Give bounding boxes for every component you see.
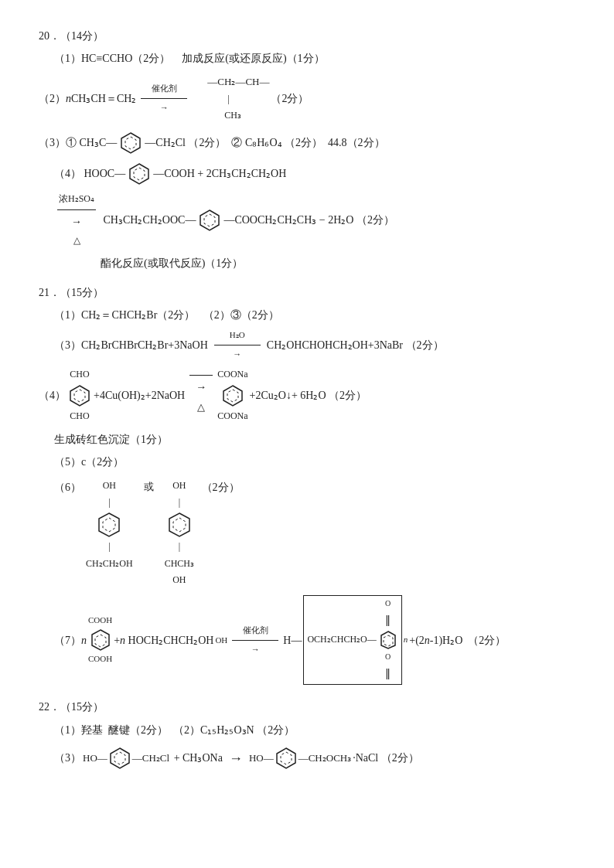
q20-p4-rxntype: 酯化反应(或取代反应)（1分） [101, 254, 575, 273]
q20-p3-ch2cl: —CH₂Cl （2分） ② C₈H₆O₄ （2分） 44.8（2分） [145, 133, 384, 152]
svg-marker-4 [200, 210, 219, 230]
svg-marker-20 [277, 748, 295, 768]
svg-marker-15 [95, 635, 106, 647]
q22-part3: （3） HO— —CH₂Cl + CH₃ONa → HO— [54, 746, 575, 771]
delta-catalyst-arrow: 浓H₂SO₄ → △ [57, 191, 96, 249]
q20-part1: （1）HC≡CCHO（2分） 加成反应(或还原反应)（1分） [54, 49, 575, 68]
catalyst-arrow-7: 催化剂 → [232, 623, 278, 658]
q21-p7-n: n [404, 632, 408, 648]
benzene-ring-2 [127, 162, 152, 186]
svg-marker-7 [74, 390, 85, 402]
question-21: 21．（15分） （1）CH₂＝CHCH₂Br（2分） （2）③（2分） （3）… [39, 283, 575, 686]
polymer-unit: OCH₂CHCH₂O— O ‖ O ‖ [303, 595, 401, 685]
svg-marker-12 [169, 513, 189, 536]
q21-p3-product: CH₂OHCHOHCH₂OH+3NaBr （2分） [267, 335, 444, 355]
q20-p4-cooh: —COOH + 2CH₃CH₂CH₂OH [153, 164, 286, 183]
q21-p6-points: （2分） [199, 478, 240, 497]
q22-p3-reagent: + CH₃ONa [171, 748, 223, 768]
q22-p3-label: （3） [54, 748, 81, 768]
h2o-arrow: H₂O → [214, 328, 261, 363]
q21-p7-plus: +n HOCH₂CHCH₂OH [114, 631, 213, 650]
page-content: 20．（14分） （1）HC≡CCHO（2分） 加成反应(或还原反应)（1分） … [39, 26, 575, 771]
q22-p1: （1）羟基 醚键（2分） （2）C₁₅H₂₅O₃N （2分） [54, 720, 295, 740]
svg-marker-3 [134, 168, 145, 180]
q21-p7-label: （7）n [54, 631, 87, 650]
q21-p5: （5）c（2分） [54, 452, 124, 471]
delta-arrow-21-4: → △ [189, 375, 213, 417]
benzene-ring-3 [197, 208, 222, 233]
ho-benz-ch2och3: HO— —CH₂OCH₃ [249, 746, 351, 771]
q22-p3-scheme: （3） HO— —CH₂Cl + CH₃ONa → HO— [54, 746, 575, 771]
q20-part3: （3）① CH₃C— —CH₂Cl （2分） ② C₈H₆O₄ （2分） 44.… [39, 131, 575, 155]
svg-marker-11 [103, 518, 115, 532]
q21-p6-label: （6） [54, 478, 81, 497]
q22-title: 22．（15分） [39, 697, 575, 717]
q21-part6: （6） OH | | CH₂CH₂OH 或 OH | [54, 478, 575, 589]
q21-p4-product: +2Cu₂O↓+ 6H₂O （2分） [250, 386, 367, 405]
q20-number: 20．（14分） [39, 26, 104, 46]
q21-p6-structures: （6） OH | | CH₂CH₂OH 或 OH | [54, 478, 575, 589]
svg-marker-18 [111, 748, 129, 768]
svg-marker-10 [99, 513, 119, 536]
question-22: 22．（15分） （1）羟基 醚键（2分） （2）C₁₅H₂₅O₃N （2分） … [39, 697, 575, 771]
catalyst-arrow-2: 催化剂 → [141, 81, 187, 116]
svg-marker-8 [223, 386, 242, 406]
benz-dicooh: COOH COOH [88, 613, 112, 667]
q21-part5: （5）c（2分） [54, 452, 575, 471]
q20-p2-label: （2）nCH₃CH＝CH₂ [39, 89, 136, 108]
q21-brick-red: 生成砖红色沉淀（1分） [54, 430, 575, 449]
q21-brick-text: 生成砖红色沉淀（1分） [54, 430, 168, 449]
q21-p7-scheme: （7）n COOH COOH +n HOCH₂CHCH₂OH OH 催化剂 → [54, 595, 575, 685]
svg-marker-6 [70, 386, 89, 406]
struct2: OH | | CHCH₃ OH [165, 478, 194, 589]
q21-p1: （1）CH₂＝CHCH₂Br（2分） （2）③（2分） [54, 305, 279, 325]
question-20: 20．（14分） （1）HC≡CCHO（2分） 加成反应(或还原反应)（1分） … [39, 26, 575, 274]
q21-part1: （1）CH₂＝CHCH₂Br（2分） （2）③（2分） [54, 305, 575, 325]
q20-p4-label: （4） HOOC— [54, 164, 125, 183]
q21-p6-or: 或 [144, 478, 154, 495]
q22-part1-2: （1）羟基 醚键（2分） （2）C₁₅H₂₅O₃N （2分） [54, 720, 575, 740]
q22-p3-nacl: ·NaCl （2分） [353, 748, 419, 768]
q21-part4: （4） CHO CHO +4Cu(OH)₂+2NaOH → △ COONa [39, 366, 575, 424]
q20-p1-answer: 加成反应(或还原反应)（1分） [182, 49, 324, 68]
svg-marker-9 [227, 390, 238, 402]
benzene-dicoona: COONa COONa [217, 366, 247, 424]
svg-marker-17 [384, 635, 393, 646]
q20-title: 20．（14分） [39, 26, 575, 46]
q20-p3-label: （3）① CH₃C— [39, 133, 117, 152]
svg-marker-1 [125, 137, 136, 149]
q21-p4-label: （4） [39, 386, 66, 405]
svg-marker-5 [204, 214, 215, 226]
q20-p4-arrow-row: 浓H₂SO₄ → △ CH₃CH₂CH₂OOC— —COOCH₂CH₂CH₃ −… [54, 191, 575, 249]
q21-p4-reagent: +4Cu(OH)₂+2NaOH [94, 386, 185, 405]
q21-part7: （7）n COOH COOH +n HOCH₂CHCH₂OH OH 催化剂 → [54, 595, 575, 685]
q20-p4-type: 酯化反应(或取代反应)（1分） [101, 254, 243, 273]
q20-part4: （4） HOOC— —COOH + 2CH₃CH₂CH₂OH 浓H₂SO₄ → … [54, 162, 575, 274]
q21-p7-end: +(2n-1)H₂O （2分） [409, 631, 506, 650]
svg-marker-2 [130, 164, 148, 184]
svg-marker-21 [281, 752, 292, 764]
svg-marker-0 [121, 133, 140, 153]
q20-p2-points: （2分） [271, 89, 309, 108]
q20-p4-reactants: （4） HOOC— —COOH + 2CH₃CH₂CH₂OH [54, 162, 575, 186]
svg-marker-16 [381, 631, 395, 648]
q20-p2-product: —CH₂—CH— | CH₃ [192, 73, 269, 124]
benzene-dicho: CHO CHO [67, 366, 92, 424]
struct1: OH | | CH₂CH₂OH [86, 478, 133, 572]
q21-number: 21．（15分） [39, 283, 104, 302]
q21-title: 21．（15分） [39, 283, 575, 302]
svg-marker-13 [173, 518, 186, 532]
q20-p4-product2: —COOCH₂CH₂CH₃ − 2H₂O （2分） [223, 210, 394, 230]
q21-p3: （3）CH₂BrCHBrCH₂Br+3NaOH [54, 335, 208, 355]
q22-number: 22．（15分） [39, 697, 104, 717]
q21-p7-product-h: H— [283, 631, 302, 650]
q20-p1-label: （1）HC≡CCHO（2分） [54, 49, 170, 68]
q20-part2: （2）nCH₃CH＝CH₂ 催化剂 → —CH₂—CH— | CH₃ （2分） [39, 73, 575, 124]
svg-marker-19 [114, 752, 125, 764]
q21-part3: （3）CH₂BrCHBrCH₂Br+3NaOH H₂O → CH₂OHCHOHC… [54, 328, 575, 363]
q22-p3-arrow: → [229, 746, 243, 771]
q20-p1-space [173, 49, 179, 68]
q20-p4-product: CH₃CH₂CH₂OOC— [101, 210, 196, 230]
benzene-ring-1 [118, 131, 143, 155]
ho-benz-ch2cl: HO— —CH₂Cl [83, 746, 169, 771]
